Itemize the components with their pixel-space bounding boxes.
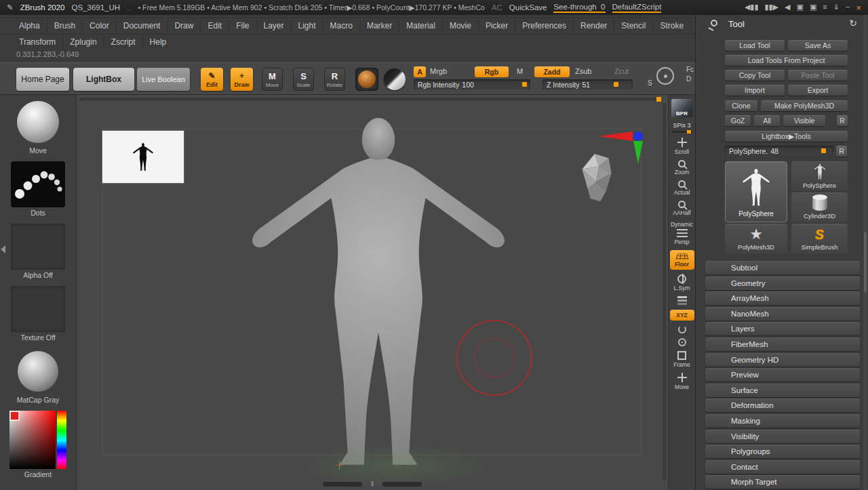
back-icon[interactable]: ◀: [785, 3, 790, 13]
scroll-arrows[interactable]: ▲▼: [370, 481, 374, 487]
menu-help[interactable]: Help: [143, 35, 174, 49]
shelf-l-sym-button[interactable]: L.Sym: [670, 274, 694, 291]
tablet-icon[interactable]: ◀▮▮: [745, 3, 759, 13]
shelf-actual-button[interactable]: Actual: [670, 180, 694, 196]
clone-button[interactable]: Clone: [725, 100, 757, 111]
tool-thumbnail-cylinder3d[interactable]: Cylinder3D: [791, 192, 848, 222]
load-tools-from-project-button[interactable]: Load Tools From Project: [725, 55, 848, 66]
menu-file[interactable]: File: [229, 19, 256, 33]
make-polymesh3d-button[interactable]: Make PolyMesh3D: [761, 100, 848, 111]
shelf-circ2-button[interactable]: [670, 338, 694, 346]
shelf-floor-button[interactable]: Floor: [670, 250, 694, 270]
palette-scrollbar[interactable]: [863, 15, 867, 490]
tool-thumbnail-polysphere[interactable]: PolySphere: [791, 161, 848, 190]
r2-button[interactable]: R: [836, 146, 847, 157]
goz-visible-button[interactable]: Visible: [783, 115, 825, 126]
shelf-frame-button[interactable]: Frame: [670, 351, 694, 368]
section-geometry[interactable]: Geometry: [705, 277, 860, 290]
shelf-zoom-button[interactable]: Zoom: [670, 160, 694, 176]
import-button[interactable]: Import: [725, 85, 785, 96]
scale-button[interactable]: S Scale: [293, 68, 314, 91]
close-icon[interactable]: ×: [856, 3, 861, 13]
copy-tool-button[interactable]: Copy Tool: [725, 70, 785, 81]
live-boolean-button[interactable]: Live Boolean: [137, 68, 190, 91]
save-as-button[interactable]: Save As: [788, 40, 848, 51]
stroke-preview-icon[interactable]: [656, 67, 674, 85]
section-visibility[interactable]: Visibility: [705, 430, 860, 443]
draw-button[interactable]: + Draw: [231, 68, 253, 91]
shelf-xyz-button[interactable]: XYZ: [670, 310, 694, 321]
edit-button[interactable]: ✎ Edit: [201, 68, 223, 91]
gradient-picker-icon[interactable]: [9, 411, 66, 469]
material-selector[interactable]: MatCap Gray: [11, 348, 65, 404]
refresh-icon[interactable]: ↻: [849, 18, 857, 28]
menu-macro[interactable]: Macro: [323, 19, 360, 33]
sculpted-model[interactable]: [222, 112, 534, 481]
rgb-intensity-handle[interactable]: [522, 82, 527, 87]
menu-color[interactable]: Color: [83, 19, 117, 33]
home-page-button[interactable]: Home Page: [16, 68, 69, 91]
section-nanomesh[interactable]: NanoMesh: [705, 307, 860, 321]
material-preview-sphere[interactable]: [384, 68, 406, 90]
menu-transform[interactable]: Transform: [12, 35, 63, 49]
section-geometry-hd[interactable]: Geometry HD: [705, 353, 860, 367]
lightbox-tools-button[interactable]: Lightbox▶Tools: [725, 131, 848, 142]
alpha-selector[interactable]: Alpha Off: [11, 224, 65, 279]
section-masking[interactable]: Masking: [705, 414, 860, 428]
stroke-selector[interactable]: Dots: [11, 161, 65, 217]
brush-selector[interactable]: Move: [11, 99, 65, 155]
section-fibermesh[interactable]: FiberMesh: [705, 338, 860, 351]
canvas-hscrollbar[interactable]: [79, 98, 661, 101]
active-tool-slider[interactable]: PolySphere. 48: [725, 146, 833, 156]
section-surface[interactable]: Surface: [705, 384, 860, 397]
active-tool-slider-handle[interactable]: [821, 148, 826, 153]
copy-doc-icon[interactable]: ▣: [797, 3, 804, 13]
menu-brush[interactable]: Brush: [47, 19, 83, 33]
tool-thumbnail-simplebrush[interactable]: S SimpleBrush: [791, 224, 848, 253]
rgb-intensity-slider[interactable]: Rgb Intensity 100: [414, 79, 530, 89]
menu-draw[interactable]: Draw: [167, 19, 201, 33]
shelf-circ-button[interactable]: [670, 325, 694, 333]
menu-material[interactable]: Material: [399, 19, 443, 33]
menu-alpha[interactable]: Alpha: [12, 19, 47, 33]
menu-edit[interactable]: Edit: [201, 19, 229, 33]
active-tool-thumbnail[interactable]: PolySphere: [725, 161, 787, 222]
rgb-button[interactable]: Rgb: [475, 66, 509, 77]
paste-tool-button[interactable]: Paste Tool: [788, 70, 848, 81]
z-intensity-handle[interactable]: [614, 82, 618, 87]
scroll-handle-left[interactable]: [323, 482, 362, 487]
shelf-scroll-button[interactable]: Scroll: [670, 138, 694, 155]
document-canvas[interactable]: ▲▼: [76, 95, 668, 490]
menu-icon[interactable]: ≡: [823, 3, 827, 13]
menu-movie[interactable]: Movie: [443, 19, 479, 33]
default-zscript-button[interactable]: DefaultZScript: [612, 3, 662, 13]
hscroll-handle[interactable]: [656, 97, 661, 102]
current-material-thumbnail[interactable]: [355, 68, 378, 91]
shelf-aahalf-button[interactable]: AAHalf: [670, 201, 694, 216]
menu-stroke[interactable]: Stroke: [653, 19, 691, 33]
shelf-move-button[interactable]: Move: [670, 373, 694, 390]
shelf-spix-button[interactable]: SPix 3: [670, 122, 694, 133]
r-button[interactable]: R: [837, 115, 848, 126]
zcut-button[interactable]: Zcut: [614, 67, 629, 75]
load-tool-button[interactable]: Load Tool: [725, 40, 785, 51]
palette-scroll-handle[interactable]: [864, 232, 867, 293]
see-through-slider[interactable]: See-through 0: [553, 3, 605, 13]
z-intensity-slider[interactable]: Z Intensity 51: [542, 79, 633, 89]
color-picker[interactable]: Gradient: [9, 411, 66, 478]
goz-all-button[interactable]: All: [754, 115, 780, 126]
section-polygroups[interactable]: Polygroups: [705, 445, 860, 458]
menu-picker[interactable]: Picker: [479, 19, 515, 33]
menu-stencil[interactable]: Stencil: [614, 19, 653, 33]
axis-gizmo[interactable]: [597, 129, 650, 167]
pen-icon[interactable]: ▮▮▶: [764, 3, 778, 13]
section-layers[interactable]: Layers: [705, 322, 860, 335]
palette-hook-icon[interactable]: [710, 19, 718, 27]
panels-icon[interactable]: ▣: [810, 3, 816, 13]
texture-selector[interactable]: Texture Off: [11, 286, 65, 342]
section-preview[interactable]: Preview: [705, 368, 860, 382]
m-button[interactable]: M: [517, 67, 523, 75]
menu-render[interactable]: Render: [574, 19, 614, 33]
canvas-bottom-scrollbar[interactable]: ▲▼: [323, 481, 422, 487]
menu-zplugin[interactable]: Zplugin: [63, 35, 104, 49]
